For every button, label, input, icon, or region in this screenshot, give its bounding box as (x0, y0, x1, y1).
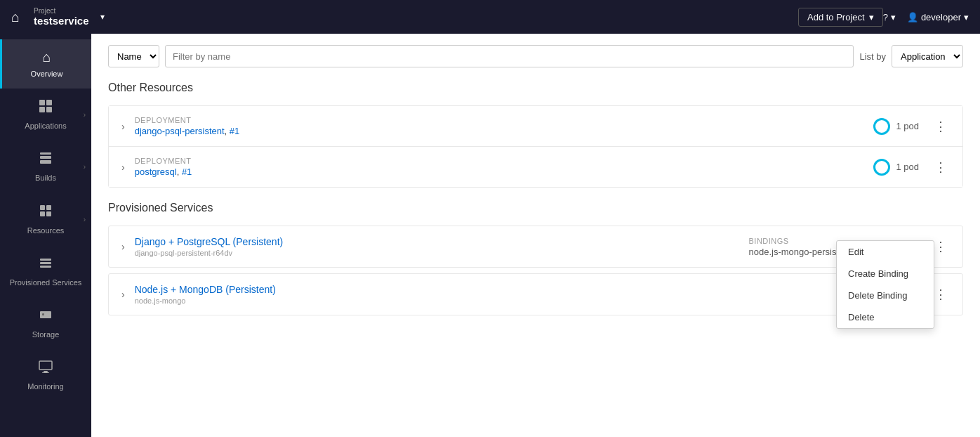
resources-icon (38, 203, 53, 222)
sidebar-item-monitoring[interactable]: Monitoring (0, 349, 91, 401)
provisioned-services-icon (38, 255, 53, 274)
top-nav-right: ? ▾ 👤 developer ▾ (883, 12, 969, 22)
provisioned-name-django: Django + PostgreSQL (Persistent) (135, 236, 749, 247)
project-selector[interactable]: Project testservice (34, 7, 88, 27)
help-button[interactable]: ? ▾ (883, 12, 896, 22)
help-icon: ? (883, 12, 888, 22)
help-chevron-icon: ▾ (891, 12, 896, 22)
other-resources-list: › DEPLOYMENT django-psql-persistent, #1 … (108, 105, 963, 188)
provisioned-row-nodejs: › Node.js + MongoDB (Persistent) node.js… (108, 273, 963, 315)
add-to-project-chevron-icon: ▾ (869, 12, 874, 22)
resource-type-1: DEPLOYMENT (135, 116, 874, 124)
top-nav-left: ⌂ Project testservice ▾ Add to Project ▾ (11, 7, 883, 27)
pod-status-2: 1 pod (873, 159, 919, 176)
list-by-select[interactable]: Application Type (892, 45, 963, 67)
builds-icon (38, 150, 53, 169)
pod-circle-icon-2 (873, 159, 890, 176)
resources-arrow-icon: › (84, 215, 86, 223)
pod-count-1: 1 pod (896, 121, 919, 131)
kebab-menu-1-button[interactable]: ⋮ (930, 117, 951, 136)
menu-item-delete-binding[interactable]: Delete Binding (837, 285, 934, 306)
svg-rect-6 (40, 152, 51, 155)
provisioned-link-django[interactable]: Django + PostgreSQL (Persistent) (135, 236, 284, 247)
main-layout: ⌂ Overview Applications › Builds › Resou… (0, 34, 980, 437)
sidebar-item-builds[interactable]: Builds › (0, 141, 91, 193)
other-resources-section: Other Resources › DEPLOYMENT django-psql… (108, 81, 963, 188)
sidebar-item-overview[interactable]: ⌂ Overview (0, 39, 91, 89)
svg-rect-17 (44, 371, 48, 372)
svg-rect-13 (40, 266, 51, 268)
project-name: testservice (34, 15, 88, 27)
filter-input[interactable] (165, 45, 854, 67)
expand-provisioned-2-button[interactable]: › (120, 287, 126, 301)
svg-rect-16 (39, 361, 52, 370)
table-row: › DEPLOYMENT django-psql-persistent, #1 … (109, 106, 962, 147)
applications-arrow-icon: › (84, 111, 86, 119)
provisioned-info-django: Django + PostgreSQL (Persistent) django-… (135, 236, 749, 257)
expand-provisioned-1-button[interactable]: › (120, 240, 126, 254)
svg-rect-3 (46, 107, 52, 112)
menu-item-delete[interactable]: Delete (837, 306, 934, 328)
sidebar-item-provisioned-services[interactable]: Provisioned Services (0, 245, 91, 297)
svg-rect-0 (39, 100, 45, 105)
resource-name-1: django-psql-persistent, #1 (135, 126, 874, 136)
add-to-project-button[interactable]: Add to Project ▾ (798, 8, 883, 27)
svg-rect-4 (40, 160, 51, 164)
svg-rect-9 (40, 211, 45, 216)
resource-link-django-psql-num[interactable]: #1 (230, 126, 239, 136)
sidebar-item-label-provisioned-services: Provisioned Services (10, 278, 82, 287)
svg-rect-7 (40, 205, 45, 210)
provisioned-row-django: › Django + PostgreSQL (Persistent) djang… (108, 226, 963, 268)
svg-rect-10 (46, 211, 51, 216)
svg-rect-14 (40, 311, 51, 318)
project-label: Project (34, 7, 88, 15)
resource-link-postgresql[interactable]: postgresql (135, 167, 177, 177)
expand-row-1-button[interactable]: › (120, 119, 126, 133)
menu-item-edit[interactable]: Edit (837, 241, 934, 263)
sidebar-item-label-overview: Overview (31, 70, 63, 79)
pod-count-2: 1 pod (896, 162, 919, 172)
filter-type-select[interactable]: Name (108, 45, 159, 67)
sidebar-item-label-builds: Builds (35, 174, 56, 183)
provisioned-services-heading: Provisioned Services (108, 202, 963, 217)
menu-item-create-binding[interactable]: Create Binding (837, 263, 934, 285)
kebab-menu-2-button[interactable]: ⋮ (930, 158, 951, 176)
sidebar-item-label-storage: Storage (32, 330, 60, 339)
sidebar-item-label-applications: Applications (25, 122, 66, 131)
provisioned-link-nodejs[interactable]: Node.js + MongoDB (Persistent) (135, 284, 276, 295)
sidebar-item-applications[interactable]: Applications › (0, 89, 91, 141)
home-icon[interactable]: ⌂ (11, 9, 20, 25)
provisioned-services-section: Provisioned Services › Django + PostgreS… (108, 202, 963, 315)
list-by-label: List by (859, 51, 886, 62)
main-content: Name List by Application Type Other Reso… (91, 34, 980, 437)
sidebar-item-resources[interactable]: Resources › (0, 193, 91, 245)
resource-name-2: postgresql, #1 (135, 167, 874, 177)
provisioned-name-nodejs: Node.js + MongoDB (Persistent) (135, 284, 496, 295)
resource-link-postgresql-num[interactable]: #1 (182, 167, 192, 177)
project-dropdown-button[interactable]: ▾ (98, 9, 107, 25)
provisioned-info-nodejs: Node.js + MongoDB (Persistent) node.js-m… (135, 284, 496, 305)
svg-rect-8 (46, 205, 51, 210)
svg-rect-18 (42, 372, 49, 373)
user-chevron-icon: ▾ (964, 12, 969, 22)
builds-arrow-icon: › (84, 163, 86, 171)
sidebar-item-storage[interactable]: Storage (0, 297, 91, 349)
svg-rect-15 (42, 313, 44, 315)
storage-icon (38, 307, 53, 326)
svg-rect-5 (40, 156, 51, 159)
resource-link-django-psql[interactable]: django-psql-persistent (135, 126, 225, 136)
svg-rect-11 (40, 259, 51, 261)
pod-circle-icon-1 (873, 118, 890, 135)
user-label: developer (921, 12, 961, 22)
top-nav: ⌂ Project testservice ▾ Add to Project ▾… (0, 0, 980, 34)
expand-row-2-button[interactable]: › (120, 160, 126, 174)
add-to-project-label: Add to Project (807, 12, 865, 22)
overview-icon: ⌂ (42, 49, 51, 65)
resource-info-1: DEPLOYMENT django-psql-persistent, #1 (135, 116, 874, 136)
table-row: › DEPLOYMENT postgresql, #1 1 pod ⋮ (109, 147, 962, 187)
user-icon: 👤 (907, 12, 918, 22)
filter-bar: Name List by Application Type (108, 45, 963, 67)
provisioned-dropdown-menu: Edit Create Binding Delete Binding Delet… (836, 240, 934, 329)
user-menu-button[interactable]: 👤 developer ▾ (907, 12, 969, 22)
resource-info-2: DEPLOYMENT postgresql, #1 (135, 157, 874, 177)
